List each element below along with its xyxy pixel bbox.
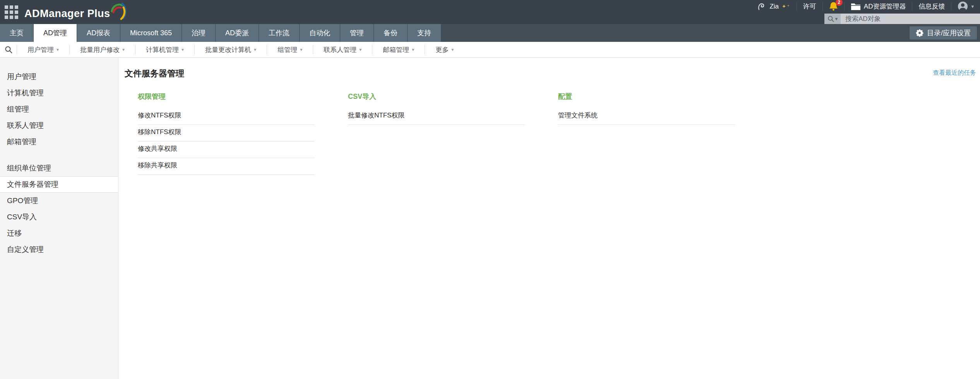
feature-link-批量修改NTFS权限[interactable]: 批量修改NTFS权限 <box>348 108 525 125</box>
tab-治理[interactable]: 治理 <box>182 24 216 42</box>
toolbar-menu-更多[interactable]: 更多 ▾ <box>425 45 464 54</box>
tab-bar-spacer <box>441 24 910 42</box>
ad-explorer-menu-item[interactable]: AD资源管理器 <box>844 2 912 11</box>
tab-支持[interactable]: 支持 <box>408 24 441 42</box>
chevron-down-icon: ▾ <box>254 47 256 52</box>
tab-管理[interactable]: 管理 <box>340 24 374 42</box>
feature-column: 权限管理 修改NTFS权限移除NTFS权限修改共享权限移除共享权限 <box>138 92 315 175</box>
chevron-down-icon: ▾ <box>182 47 184 52</box>
tab-AD报表[interactable]: AD报表 <box>77 24 120 42</box>
chevron-down-icon: ▾ <box>971 3 974 9</box>
zia-label: Zia <box>769 3 779 10</box>
sidebar-item-组管理[interactable]: 组管理 <box>0 101 118 117</box>
search-icon <box>5 46 12 53</box>
zia-menu-item[interactable]: Zia ✦⁺ <box>751 2 796 11</box>
sidebar-item-邮箱管理[interactable]: 邮箱管理 <box>0 134 118 150</box>
logo-text: ADManager Plus <box>24 9 110 23</box>
search-icon <box>828 16 834 22</box>
feature-link-移除NTFS权限[interactable]: 移除NTFS权限 <box>138 125 315 141</box>
chevron-down-icon: ▾ <box>359 47 362 52</box>
chevron-down-icon: ▾ <box>122 47 125 52</box>
tab-自动化[interactable]: 自动化 <box>300 24 340 42</box>
sparkle-icon: ✦⁺ <box>782 3 790 9</box>
toolbar-menu-计算机管理[interactable]: 计算机管理 ▾ <box>135 45 194 54</box>
directory-app-settings-button[interactable]: 目录/应用设置 <box>910 26 977 40</box>
feedback-menu-item[interactable]: 信息反馈 <box>912 2 951 11</box>
column-item-list: 批量修改NTFS权限 <box>348 108 525 125</box>
feature-link-修改共享权限[interactable]: 修改共享权限 <box>138 141 315 158</box>
column-heading: 权限管理 <box>138 92 315 101</box>
chevron-down-icon: ▾ <box>300 47 302 52</box>
tab-工作流[interactable]: 工作流 <box>259 24 300 42</box>
ad-object-search-input[interactable] <box>841 14 980 24</box>
header-menu: Zia ✦⁺ 许可 2 AD资源管理 <box>751 0 980 13</box>
logo-swoosh-icon <box>109 1 127 21</box>
toolbar-menu-组管理[interactable]: 组管理 ▾ <box>267 45 313 54</box>
toolbar-menu-联系人管理[interactable]: 联系人管理 ▾ <box>313 45 372 54</box>
tab-AD管理[interactable]: AD管理 <box>34 24 77 42</box>
main-tab-bar: 主页AD管理AD报表Microsoft 365治理AD委派工作流自动化管理备份支… <box>0 24 980 42</box>
sidebar-item-CSV导入[interactable]: CSV导入 <box>0 209 118 225</box>
folder-icon <box>851 3 861 10</box>
sidebar-item-文件服务器管理[interactable]: 文件服务器管理 <box>0 176 118 193</box>
feature-column: CSV导入 批量修改NTFS权限 <box>348 92 525 175</box>
toolbar-menu-用户管理[interactable]: 用户管理 ▾ <box>17 45 69 54</box>
tab-Microsoft 365[interactable]: Microsoft 365 <box>120 24 182 42</box>
notifications-menu-item[interactable]: 2 <box>822 2 844 11</box>
sidebar-item-迁移[interactable]: 迁移 <box>0 225 118 241</box>
chevron-down-icon: ▾ <box>451 47 454 52</box>
toolbar-search-button[interactable] <box>0 45 17 54</box>
view-recent-tasks-link[interactable]: 查看最近的任务 <box>933 68 976 78</box>
sidebar-item-自定义管理[interactable]: 自定义管理 <box>0 241 118 258</box>
management-toolbar: 用户管理 ▾ 批量用户修改 ▾ 计算机管理 ▾ 批量更改计算机 ▾ 组管理 ▾ … <box>0 42 980 58</box>
left-sidebar: 用户管理计算机管理组管理联系人管理邮箱管理 组织单位管理文件服务器管理GPO管理… <box>0 58 118 379</box>
main-content: 文件服务器管理 查看最近的任务 权限管理 修改NTFS权限移除NTFS权限修改共… <box>118 58 980 379</box>
gear-icon <box>916 29 923 37</box>
zia-icon <box>757 2 766 11</box>
column-heading: 配置 <box>558 92 735 101</box>
user-avatar-icon <box>958 1 968 12</box>
tab-AD委派[interactable]: AD委派 <box>216 24 259 42</box>
chevron-down-icon: ▾ <box>835 16 838 22</box>
chevron-down-icon: ▾ <box>57 47 59 52</box>
search-scope-button[interactable]: ▾ <box>824 14 841 24</box>
feature-link-移除共享权限[interactable]: 移除共享权限 <box>138 158 315 175</box>
user-account-menu-item[interactable]: ▾ <box>951 2 980 11</box>
license-label: 许可 <box>803 2 816 11</box>
tab-主页[interactable]: 主页 <box>0 24 34 42</box>
feedback-label: 信息反馈 <box>918 2 945 11</box>
license-menu-item[interactable]: 许可 <box>797 2 822 11</box>
sidebar-item-组织单位管理[interactable]: 组织单位管理 <box>0 160 118 176</box>
feature-column: 配置 管理文件系统 <box>558 92 735 175</box>
tab-备份[interactable]: 备份 <box>374 24 408 42</box>
chevron-down-icon: ▾ <box>412 47 414 52</box>
sidebar-item-联系人管理[interactable]: 联系人管理 <box>0 117 118 134</box>
page-title: 文件服务器管理 <box>125 68 184 79</box>
column-item-list: 管理文件系统 <box>558 108 735 125</box>
sidebar-item-用户管理[interactable]: 用户管理 <box>0 69 118 85</box>
top-header: ADManager Plus Zia ✦⁺ 许可 <box>0 0 980 24</box>
feature-link-修改NTFS权限[interactable]: 修改NTFS权限 <box>138 108 315 125</box>
column-heading: CSV导入 <box>348 92 525 101</box>
ad-explorer-label: AD资源管理器 <box>864 2 906 11</box>
toolbar-menu-批量更改计算机[interactable]: 批量更改计算机 ▾ <box>194 45 267 54</box>
feature-link-管理文件系统[interactable]: 管理文件系统 <box>558 108 735 125</box>
notification-badge: 2 <box>836 0 843 6</box>
toolbar-menu-邮箱管理[interactable]: 邮箱管理 ▾ <box>372 45 425 54</box>
sidebar-item-计算机管理[interactable]: 计算机管理 <box>0 85 118 101</box>
admanager-plus-logo[interactable]: ADManager Plus <box>24 1 127 23</box>
sidebar-item-GPO管理[interactable]: GPO管理 <box>0 193 118 209</box>
apps-grid-icon[interactable] <box>5 5 18 19</box>
toolbar-menu-批量用户修改[interactable]: 批量用户修改 ▾ <box>69 45 135 54</box>
column-item-list: 修改NTFS权限移除NTFS权限修改共享权限移除共享权限 <box>138 108 315 175</box>
settings-button-label: 目录/应用设置 <box>927 28 971 38</box>
